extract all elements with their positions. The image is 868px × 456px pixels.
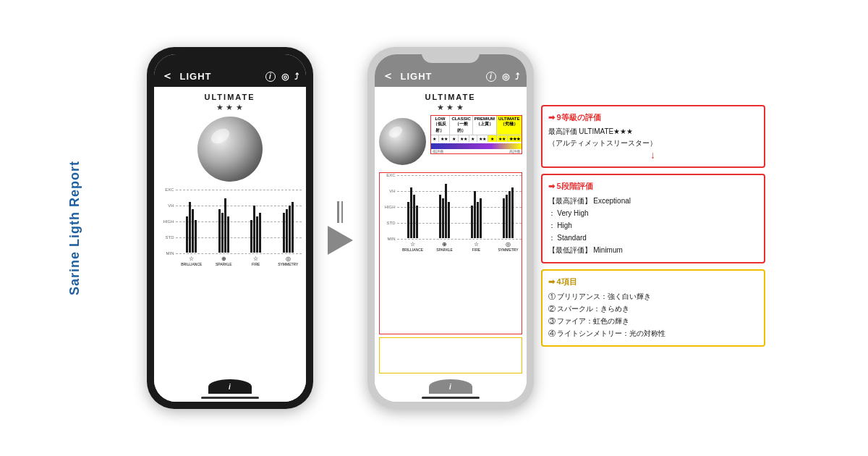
stars-left: ★ ★ ★ xyxy=(216,103,242,112)
left-phone: ＜ LIGHT i ◎ ⤴ ULTIMATE ★ ★ ★ xyxy=(147,47,313,409)
grade-title-left: ULTIMATE xyxy=(205,93,255,101)
four-item-4: ④ ライトシンメトリー：光の対称性 xyxy=(548,329,666,337)
grade-annotation: 9等級の評価 最高評価 ULTIMATE★★★ （アルティメットスリースター） … xyxy=(541,105,765,168)
annotations-panel: 9等級の評価 最高評価 ULTIMATE★★★ （アルティメットスリースター） … xyxy=(541,47,765,409)
four-items-title: 4項目 xyxy=(548,276,758,287)
five-level-annotation: 5段階評価 【最高評価】 Exceptional ： Very High ： H… xyxy=(541,174,765,263)
chart-area-left: EXC VH HIGH xyxy=(158,187,302,373)
four-item-1: ① ブリリアンス：強く白い輝き xyxy=(548,292,652,300)
share-icon-right[interactable]: ⤴ xyxy=(515,72,519,82)
right-phone-screen: ＜ LIGHT i ◎ ⤴ ULTIMATE ★ ★ ★ xyxy=(375,54,527,402)
bottom-i-left: i xyxy=(229,383,231,391)
stars-right: ★ ★ ★ xyxy=(437,103,463,112)
five-item-1: 【最高評価】 Exceptional xyxy=(548,197,631,205)
right-phone-wrapper: ＜ LIGHT i ◎ ⤴ ULTIMATE ★ ★ ★ xyxy=(367,47,534,409)
target-icon-left[interactable]: ◎ xyxy=(281,72,289,82)
share-icon-left[interactable]: ⤴ xyxy=(294,72,299,82)
info-icon-left[interactable]: i xyxy=(265,72,276,82)
right-section: ＜ LIGHT i ◎ ⤴ ULTIMATE ★ ★ ★ xyxy=(367,47,765,409)
grade-down-arrow: ↓ xyxy=(548,149,758,161)
diamond-image-left xyxy=(197,117,263,182)
vertical-title: Sarine Ligth Report xyxy=(67,161,82,295)
header-title-left: LIGHT xyxy=(180,71,261,82)
right-phone: ＜ LIGHT i ◎ ⤴ ULTIMATE ★ ★ ★ xyxy=(367,47,534,409)
grade-annotation-title: 9等級の評価 xyxy=(548,112,758,123)
bottom-line-right xyxy=(422,397,480,399)
back-icon-right[interactable]: ＜ xyxy=(382,69,393,84)
bottom-i-right: i xyxy=(449,383,451,391)
double-bar-line-1 xyxy=(337,201,339,223)
double-bar-line-2 xyxy=(341,201,344,223)
grade-title-right: ULTIMATE xyxy=(425,93,476,101)
header-icons-left: i ◎ ⤴ xyxy=(265,72,299,82)
left-phone-bottom: i xyxy=(154,376,306,402)
four-item-2: ② スパークル：きらめき xyxy=(548,305,630,313)
five-item-4: ： Standard xyxy=(548,234,587,242)
header-title-right: LIGHT xyxy=(401,71,482,82)
bottom-line-left xyxy=(201,397,259,399)
four-items-text: ① ブリリアンス：強く白い輝き ② スパークル：きらめき ③ ファイア：虹色の輝… xyxy=(548,290,758,339)
right-phone-notch xyxy=(422,47,480,63)
double-bar xyxy=(337,201,343,223)
left-phone-body: ULTIMATE ★ ★ ★ EXC xyxy=(154,87,306,376)
back-icon[interactable]: ＜ xyxy=(161,69,173,84)
five-item-5: 【最低評価】 Minimum xyxy=(548,246,623,254)
five-level-title: 5段階評価 xyxy=(548,181,758,192)
right-phone-bottom: i xyxy=(375,376,527,402)
header-icons-right: i ◎ ⤴ xyxy=(486,72,519,82)
chart-area-right: EXC VH HIGH xyxy=(379,172,522,334)
target-icon-right[interactable]: ◎ xyxy=(502,72,509,82)
left-phone-screen: ＜ LIGHT i ◎ ⤴ ULTIMATE ★ ★ ★ xyxy=(154,54,306,402)
bottom-mound-left: i xyxy=(208,379,252,394)
right-phone-body: ULTIMATE ★ ★ ★ LOW（低反射） CLASS xyxy=(375,87,527,376)
four-items-annotation: 4項目 ① ブリリアンス：強く白い輝き ② スパークル：きらめき ③ ファイア：… xyxy=(541,269,765,347)
grade-annotation-text: 最高評価 ULTIMATE★★★ （アルティメットスリースター） xyxy=(548,126,758,149)
main-content: ＜ LIGHT i ◎ ⤴ ULTIMATE ★ ★ ★ xyxy=(147,47,765,409)
info-icon-right[interactable]: i xyxy=(486,72,496,82)
five-item-2: ： Very High xyxy=(548,209,589,217)
page-container: Sarine Ligth Report ＜ LIGHT i ◎ ⤴ ULTIMA… xyxy=(0,0,868,456)
left-phone-notch xyxy=(201,47,259,63)
four-item-3: ③ ファイア：虹色の輝き xyxy=(548,317,630,325)
diamond-image-right xyxy=(379,118,426,165)
play-arrow xyxy=(328,226,353,255)
arrow-container xyxy=(328,201,353,255)
five-level-text: 【最高評価】 Exceptional ： Very High ： High ： … xyxy=(548,195,758,256)
five-item-3: ： High xyxy=(548,221,572,229)
bottom-mound-right: i xyxy=(429,379,472,394)
